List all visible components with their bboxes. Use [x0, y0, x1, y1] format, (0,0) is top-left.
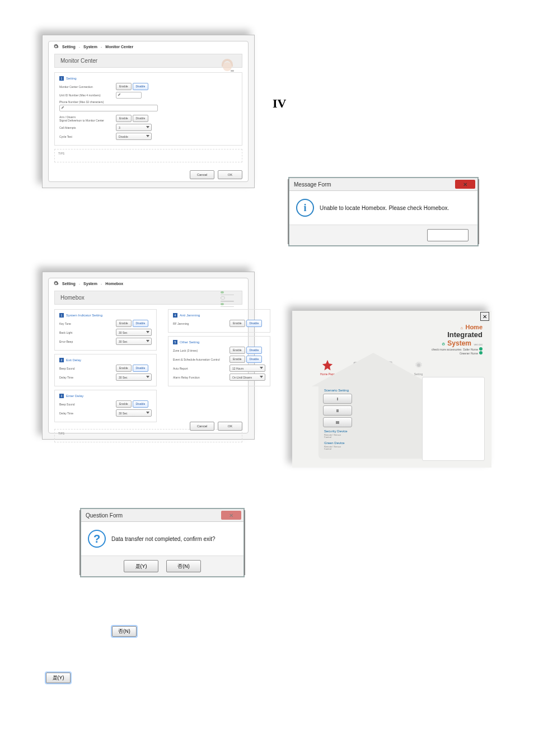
- call-attempts-select[interactable]: 3: [116, 124, 152, 131]
- dropdown[interactable]: 30 Sec: [116, 338, 152, 345]
- row-label: Beep Sound: [59, 403, 113, 406]
- row-label: Delay Time: [59, 376, 113, 379]
- roman-numeral: IV: [273, 96, 286, 111]
- yes-button[interactable]: 是(Y): [124, 560, 158, 572]
- label-cycle-test: Cycle Test: [59, 135, 113, 138]
- close-icon[interactable]: ✕: [221, 511, 241, 520]
- panel-num: 1: [59, 313, 64, 318]
- dropdown[interactable]: 30 Sec: [116, 409, 152, 417]
- window-titlebar: Question Form ✕: [81, 509, 243, 522]
- disable-button[interactable]: Disable: [133, 400, 149, 408]
- unit-id-input[interactable]: [116, 92, 142, 99]
- row-label: Beep Sound: [59, 367, 113, 370]
- section-green-sub: Remote / Sensor Control: [324, 446, 423, 451]
- row-label: Error Beep: [59, 340, 113, 343]
- section-scenario: Scenario Setting: [324, 389, 423, 392]
- panel: 4Anti JammingRF JammingEnableDisable: [168, 309, 270, 333]
- question-icon: ?: [88, 530, 106, 548]
- label-connection: Monitor Center Connection: [59, 85, 113, 88]
- row-label: Key Tone: [59, 322, 113, 325]
- row-label: Delay Time: [59, 412, 113, 415]
- panel-setting: 1Setting Monitor Center Connection Enabl…: [54, 72, 242, 146]
- no-button[interactable]: 否(N): [166, 560, 201, 572]
- scenario-3-button[interactable]: III: [323, 417, 352, 427]
- window-titlebar: Message Form ✕: [289, 178, 477, 191]
- label-call-attempts: Call Attempts: [59, 126, 113, 129]
- headset-icon: [216, 54, 238, 74]
- section-green: Green Device: [324, 441, 423, 445]
- screenshot-homebox: Setting- System- Homebox Homebox 1System…: [42, 272, 255, 440]
- close-icon[interactable]: ✕: [455, 180, 475, 189]
- svg-rect-1: [231, 70, 234, 72]
- disable-button[interactable]: Disable: [133, 83, 149, 90]
- cancel-button[interactable]: Cancel: [190, 422, 214, 431]
- panel-num-1: 1: [59, 76, 64, 81]
- question-text: Data transfer not completed, confirm exi…: [111, 536, 216, 542]
- section-security: Security Device: [324, 430, 423, 433]
- brand: ⌂ Home Integrated ♻ System ver.xxx check…: [432, 322, 483, 355]
- label-arm-disarm: Arm / Disarm Signal Deliverison to Monit…: [59, 115, 113, 122]
- label-phone: Phone Number (Max 32 characters): [59, 100, 104, 104]
- dropdown[interactable]: On Until Disarm: [229, 374, 265, 381]
- panel: 5Other SettingZone Lock (3 times)EnableD…: [168, 336, 270, 386]
- message-form: Message Form ✕ i Unable to locate Homebo…: [288, 177, 479, 246]
- dropdown[interactable]: 30 Sec: [116, 329, 152, 336]
- row-label: RF Jamming: [173, 322, 226, 325]
- yes-button-highlighted[interactable]: 是(Y): [46, 673, 71, 683]
- section-security-sub: Remote / Sensor Control: [324, 434, 423, 439]
- dropdown[interactable]: 12 Hours: [229, 365, 265, 372]
- phone-input[interactable]: [59, 105, 158, 111]
- tips-box: TIPS: [54, 149, 242, 162]
- svg-point-0: [223, 62, 232, 71]
- disable-button[interactable]: Disable: [133, 320, 149, 327]
- homebox-icon: [221, 291, 238, 307]
- enable-button[interactable]: Enable: [116, 365, 132, 372]
- house-sidebar: Scenario Setting I II III Security Devic…: [312, 353, 435, 448]
- breadcrumb: Setting- System- Monitor Center: [49, 41, 248, 52]
- panel: 2Exit DelayBeep SoundEnableDisableDelay …: [54, 354, 157, 386]
- panel-num: 2: [59, 358, 64, 362]
- enable-button[interactable]: Enable: [229, 320, 245, 327]
- row-label: Event & Schedule Automation Control: [173, 358, 226, 361]
- ok-button[interactable]: OK: [218, 170, 242, 179]
- row-label: Auto Report: [173, 367, 226, 370]
- no-button-highlighted[interactable]: 否(N): [112, 626, 137, 637]
- dropdown[interactable]: 30 Sec: [116, 374, 152, 381]
- enable-button[interactable]: Enable: [116, 320, 132, 327]
- page-title: Monitor Center: [54, 54, 242, 68]
- enable-button[interactable]: Enable: [229, 356, 245, 363]
- breadcrumb: Setting- System- Homebox: [49, 278, 248, 288]
- window-title: Question Form: [86, 512, 123, 519]
- blank-button[interactable]: [427, 229, 469, 241]
- question-form: Question Form ✕ ? Data transfer not comp…: [80, 508, 245, 577]
- content-pane: [422, 377, 485, 461]
- scenario-1-button[interactable]: I: [323, 394, 352, 404]
- scenario-2-button[interactable]: II: [323, 405, 352, 416]
- panel-num: 3: [59, 394, 64, 398]
- disable-button[interactable]: Disable: [246, 320, 263, 327]
- disable-button[interactable]: Disable: [133, 365, 149, 372]
- tips-box: TIPS: [54, 429, 242, 442]
- message-text: Unable to locate Homebox. Please check H…: [320, 205, 449, 211]
- screenshot-dashboard: ✕ ⌂ Home Integrated ♻ System ver.xxx che…: [292, 311, 491, 468]
- panel: 1System Indicator SettingKey ToneEnableD…: [54, 309, 157, 351]
- close-icon[interactable]: ✕: [480, 312, 489, 321]
- cancel-button[interactable]: Cancel: [190, 170, 214, 179]
- cycle-test-select[interactable]: Disable: [116, 133, 152, 140]
- disable-button[interactable]: Disable: [246, 356, 263, 363]
- gear-icon: [53, 44, 59, 49]
- enable-button[interactable]: Enable: [116, 83, 132, 90]
- enable-button[interactable]: Enable: [229, 347, 245, 354]
- ok-button[interactable]: OK: [218, 422, 242, 431]
- page-title: Homebox: [54, 291, 242, 305]
- row-label: Alarm Relay Function: [173, 376, 226, 379]
- enable-button[interactable]: Enable: [116, 400, 132, 408]
- disable-button[interactable]: Disable: [133, 115, 149, 122]
- enable-button[interactable]: Enable: [116, 115, 132, 122]
- window-title: Message Form: [294, 181, 331, 188]
- pencil-icon: [118, 93, 121, 96]
- gear-icon: [53, 281, 59, 286]
- panel: 3Enter DelayBeep SoundEnableDisableDelay…: [54, 390, 157, 422]
- row-label: Zone Lock (3 times): [173, 349, 226, 352]
- disable-button[interactable]: Disable: [246, 347, 263, 354]
